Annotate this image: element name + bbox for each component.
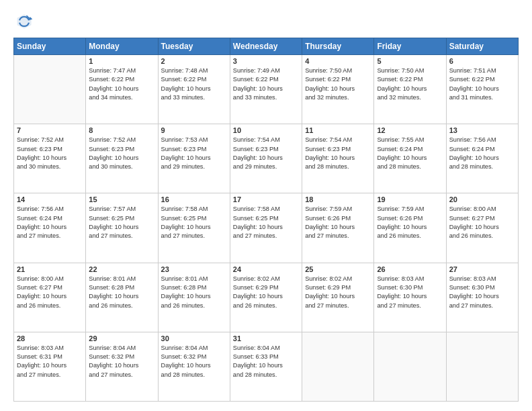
day-info: Sunrise: 7:48 AMSunset: 6:22 PMDaylight:… — [161, 66, 227, 102]
calendar-cell: 23Sunrise: 8:01 AMSunset: 6:28 PMDayligh… — [158, 263, 230, 332]
day-info: Sunrise: 7:50 AMSunset: 6:22 PMDaylight:… — [305, 66, 371, 102]
column-header-tuesday: Tuesday — [158, 38, 230, 55]
day-info: Sunrise: 8:01 AMSunset: 6:28 PMDaylight:… — [161, 275, 227, 310]
day-info: Sunrise: 8:03 AMSunset: 6:31 PMDaylight:… — [17, 344, 83, 379]
day-number: 25 — [305, 265, 371, 273]
calendar-week-row: 7Sunrise: 7:52 AMSunset: 6:23 PMDaylight… — [14, 124, 519, 193]
day-number: 10 — [233, 126, 299, 134]
calendar-week-row: 28Sunrise: 8:03 AMSunset: 6:31 PMDayligh… — [14, 332, 519, 401]
day-info: Sunrise: 7:54 AMSunset: 6:23 PMDaylight:… — [233, 136, 299, 171]
day-info: Sunrise: 8:04 AMSunset: 6:33 PMDaylight:… — [233, 344, 299, 379]
day-info: Sunrise: 8:00 AMSunset: 6:27 PMDaylight:… — [17, 275, 83, 310]
calendar-cell: 20Sunrise: 8:00 AMSunset: 6:27 PMDayligh… — [446, 193, 518, 263]
column-header-saturday: Saturday — [446, 38, 518, 55]
calendar-cell: 2Sunrise: 7:48 AMSunset: 6:22 PMDaylight… — [158, 55, 230, 124]
column-header-wednesday: Wednesday — [230, 38, 302, 55]
day-info: Sunrise: 7:58 AMSunset: 6:25 PMDaylight:… — [161, 205, 227, 240]
calendar-cell: 21Sunrise: 8:00 AMSunset: 6:27 PMDayligh… — [14, 263, 86, 332]
day-number: 2 — [161, 57, 227, 65]
calendar-cell: 3Sunrise: 7:49 AMSunset: 6:22 PMDaylight… — [230, 55, 302, 124]
day-number: 18 — [305, 195, 371, 203]
day-number: 8 — [89, 126, 154, 134]
calendar-week-row: 1Sunrise: 7:47 AMSunset: 6:22 PMDaylight… — [14, 55, 519, 124]
calendar-cell: 10Sunrise: 7:54 AMSunset: 6:23 PMDayligh… — [230, 124, 302, 193]
calendar-cell: 9Sunrise: 7:53 AMSunset: 6:23 PMDaylight… — [158, 124, 230, 193]
calendar-cell — [302, 332, 374, 401]
day-number: 9 — [161, 126, 227, 134]
calendar-cell: 8Sunrise: 7:52 AMSunset: 6:23 PMDaylight… — [86, 124, 158, 193]
day-number: 4 — [305, 57, 371, 65]
day-number: 28 — [17, 334, 83, 342]
calendar-cell: 14Sunrise: 7:56 AMSunset: 6:24 PMDayligh… — [14, 193, 86, 263]
day-number: 6 — [449, 57, 515, 65]
day-number: 22 — [89, 265, 154, 273]
column-header-thursday: Thursday — [302, 38, 374, 55]
day-info: Sunrise: 8:03 AMSunset: 6:30 PMDaylight:… — [449, 275, 515, 310]
calendar-cell: 31Sunrise: 8:04 AMSunset: 6:33 PMDayligh… — [230, 332, 302, 401]
calendar-cell: 19Sunrise: 7:59 AMSunset: 6:26 PMDayligh… — [374, 193, 446, 263]
day-number: 3 — [233, 57, 299, 65]
day-number: 31 — [233, 334, 299, 342]
day-number: 5 — [377, 57, 443, 65]
calendar-cell: 25Sunrise: 8:02 AMSunset: 6:29 PMDayligh… — [302, 263, 374, 332]
day-number: 15 — [89, 195, 154, 203]
day-number: 27 — [449, 265, 515, 273]
day-number: 1 — [89, 57, 154, 65]
calendar-cell: 18Sunrise: 7:59 AMSunset: 6:26 PMDayligh… — [302, 193, 374, 263]
calendar-cell — [14, 55, 86, 124]
day-number: 29 — [89, 334, 154, 342]
column-header-sunday: Sunday — [14, 38, 86, 55]
calendar-cell: 4Sunrise: 7:50 AMSunset: 6:22 PMDaylight… — [302, 55, 374, 124]
calendar-cell: 5Sunrise: 7:50 AMSunset: 6:22 PMDaylight… — [374, 55, 446, 124]
day-info: Sunrise: 7:54 AMSunset: 6:23 PMDaylight:… — [305, 136, 371, 171]
day-info: Sunrise: 7:49 AMSunset: 6:22 PMDaylight:… — [233, 66, 299, 102]
day-info: Sunrise: 7:53 AMSunset: 6:23 PMDaylight:… — [161, 136, 227, 171]
day-number: 20 — [449, 195, 515, 203]
day-info: Sunrise: 7:59 AMSunset: 6:26 PMDaylight:… — [377, 205, 443, 240]
calendar-cell: 16Sunrise: 7:58 AMSunset: 6:25 PMDayligh… — [158, 193, 230, 263]
logo-icon — [15, 12, 34, 31]
day-info: Sunrise: 7:52 AMSunset: 6:23 PMDaylight:… — [17, 136, 83, 171]
calendar-cell: 29Sunrise: 8:04 AMSunset: 6:32 PMDayligh… — [86, 332, 158, 401]
day-number: 26 — [377, 265, 443, 273]
calendar-week-row: 21Sunrise: 8:00 AMSunset: 6:27 PMDayligh… — [14, 263, 519, 332]
calendar-cell: 12Sunrise: 7:55 AMSunset: 6:24 PMDayligh… — [374, 124, 446, 193]
day-info: Sunrise: 8:04 AMSunset: 6:32 PMDaylight:… — [89, 344, 154, 379]
day-number: 7 — [17, 126, 83, 134]
day-info: Sunrise: 8:03 AMSunset: 6:30 PMDaylight:… — [377, 275, 443, 310]
calendar-cell: 27Sunrise: 8:03 AMSunset: 6:30 PMDayligh… — [446, 263, 518, 332]
day-info: Sunrise: 7:59 AMSunset: 6:26 PMDaylight:… — [305, 205, 371, 240]
day-info: Sunrise: 7:47 AMSunset: 6:22 PMDaylight:… — [89, 66, 154, 102]
calendar-cell: 28Sunrise: 8:03 AMSunset: 6:31 PMDayligh… — [14, 332, 86, 401]
calendar-cell — [374, 332, 446, 401]
day-number: 11 — [305, 126, 371, 134]
logo — [13, 12, 34, 31]
calendar-cell: 17Sunrise: 7:58 AMSunset: 6:25 PMDayligh… — [230, 193, 302, 263]
calendar-cell: 13Sunrise: 7:56 AMSunset: 6:24 PMDayligh… — [446, 124, 518, 193]
day-number: 24 — [233, 265, 299, 273]
calendar-cell: 30Sunrise: 8:04 AMSunset: 6:32 PMDayligh… — [158, 332, 230, 401]
calendar-header-row: SundayMondayTuesdayWednesdayThursdayFrid… — [14, 38, 519, 55]
day-info: Sunrise: 8:02 AMSunset: 6:29 PMDaylight:… — [233, 275, 299, 310]
calendar-cell: 26Sunrise: 8:03 AMSunset: 6:30 PMDayligh… — [374, 263, 446, 332]
day-info: Sunrise: 8:04 AMSunset: 6:32 PMDaylight:… — [161, 344, 227, 379]
day-number: 23 — [161, 265, 227, 273]
day-number: 21 — [17, 265, 83, 273]
calendar-week-row: 14Sunrise: 7:56 AMSunset: 6:24 PMDayligh… — [14, 193, 519, 263]
day-info: Sunrise: 7:56 AMSunset: 6:24 PMDaylight:… — [449, 136, 515, 171]
page: SundayMondayTuesdayWednesdayThursdayFrid… — [0, 0, 532, 411]
calendar-cell — [446, 332, 518, 401]
day-number: 16 — [161, 195, 227, 203]
day-info: Sunrise: 7:56 AMSunset: 6:24 PMDaylight:… — [17, 205, 83, 240]
calendar-cell: 11Sunrise: 7:54 AMSunset: 6:23 PMDayligh… — [302, 124, 374, 193]
day-info: Sunrise: 7:57 AMSunset: 6:25 PMDaylight:… — [89, 205, 154, 240]
day-info: Sunrise: 8:01 AMSunset: 6:28 PMDaylight:… — [89, 275, 154, 310]
day-number: 14 — [17, 195, 83, 203]
day-number: 13 — [449, 126, 515, 134]
day-info: Sunrise: 7:51 AMSunset: 6:22 PMDaylight:… — [449, 66, 515, 102]
calendar-cell: 1Sunrise: 7:47 AMSunset: 6:22 PMDaylight… — [86, 55, 158, 124]
day-info: Sunrise: 7:50 AMSunset: 6:22 PMDaylight:… — [377, 66, 443, 102]
header — [13, 12, 519, 31]
day-info: Sunrise: 8:00 AMSunset: 6:27 PMDaylight:… — [449, 205, 515, 240]
day-number: 17 — [233, 195, 299, 203]
